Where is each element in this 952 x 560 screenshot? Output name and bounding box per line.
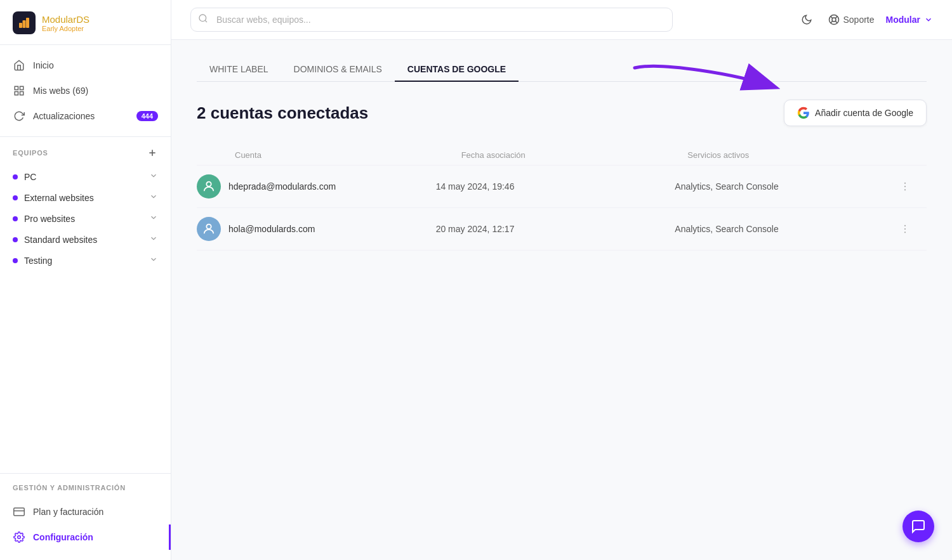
nav-item-mis-webs[interactable]: Mis webs (69) — [0, 78, 171, 103]
services-text-2: Analytics, Search Console — [675, 224, 778, 234]
row-menu-button-1[interactable] — [896, 178, 914, 195]
search-icon — [198, 13, 208, 26]
team-item-pc[interactable]: PC — [13, 166, 158, 187]
admin-item-config[interactable]: Configuración — [13, 524, 158, 550]
admin-item-plan[interactable]: Plan y facturación — [13, 499, 158, 524]
svg-point-26 — [904, 225, 906, 226]
add-google-button[interactable]: Añadir cuenta de Google — [784, 100, 927, 126]
svg-point-11 — [18, 536, 21, 539]
svg-point-24 — [904, 189, 906, 190]
team-item-testing[interactable]: Testing — [13, 250, 158, 271]
table-row: hola@modulards.com 20 may 2024, 12:17 An… — [197, 207, 927, 251]
team-label-external: External websites — [24, 193, 94, 203]
support-button[interactable]: Soporte — [828, 14, 875, 25]
content-area: WHITE LABEL DOMINIOS & EMAILS CUENTAS DE… — [171, 40, 952, 560]
svg-point-27 — [904, 228, 906, 230]
google-icon — [797, 107, 810, 119]
services-cell-2: Analytics, Search Console — [675, 220, 914, 238]
grid-icon — [13, 84, 25, 97]
sidebar: ModularDS Early Adopter Inicio Mis webs … — [0, 0, 171, 560]
active-indicator — [169, 524, 171, 550]
col-account: Cuenta — [235, 150, 461, 160]
chevron-icon-pc — [149, 171, 158, 182]
svg-line-17 — [835, 21, 837, 23]
row-menu-button-2[interactable] — [896, 220, 914, 238]
accounts-table: Cuenta Fecha asociación Servicios activo… — [197, 145, 927, 251]
chevron-icon-pro — [149, 213, 158, 224]
svg-line-19 — [830, 21, 832, 23]
tab-google[interactable]: CUENTAS DE GOOGLE — [395, 58, 519, 82]
chevron-icon-testing — [149, 255, 158, 266]
teams-section: EQUIPOS PC External websites Pro website… — [0, 137, 171, 473]
table-row: hdeprada@modulards.com 14 may 2024, 19:4… — [197, 165, 927, 207]
svg-rect-9 — [14, 508, 25, 516]
top-header: Soporte Modular — [171, 0, 952, 40]
header-right: Soporte Modular — [797, 10, 934, 30]
svg-point-22 — [904, 183, 906, 184]
main-nav: Inicio Mis webs (69) Actualizaciones 444 — [0, 45, 171, 137]
team-label-standard: Standard websites — [24, 235, 97, 245]
home-icon — [13, 59, 25, 72]
chevron-icon-external — [149, 192, 158, 203]
team-dot-external — [13, 195, 18, 200]
svg-rect-2 — [26, 18, 29, 28]
page-title: 2 cuentas conectadas — [197, 103, 368, 123]
gear-icon — [13, 531, 25, 544]
svg-rect-1 — [23, 20, 26, 28]
svg-line-18 — [835, 16, 837, 18]
support-label: Soporte — [843, 15, 875, 25]
svg-rect-0 — [19, 23, 22, 28]
account-cell-1: hdeprada@modulards.com — [197, 174, 436, 199]
date-cell-1: 14 may 2024, 19:46 — [436, 181, 675, 192]
logo-subtitle: Early Adopter — [42, 25, 89, 32]
svg-rect-5 — [15, 92, 18, 95]
search-input[interactable] — [190, 8, 673, 32]
team-item-pro[interactable]: Pro websites — [13, 208, 158, 229]
nav-item-inicio[interactable]: Inicio — [0, 53, 171, 78]
nav-label-actualizaciones: Actualizaciones — [33, 111, 95, 121]
tab-dominios[interactable]: DOMINIOS & EMAILS — [281, 58, 395, 82]
teams-header: EQUIPOS — [13, 147, 158, 159]
logo-name: ModularDS — [42, 14, 89, 25]
search-bar — [190, 8, 673, 32]
chat-fab-button[interactable] — [902, 511, 934, 542]
avatar-2 — [197, 217, 221, 241]
nav-item-actualizaciones[interactable]: Actualizaciones 444 — [0, 103, 171, 129]
teams-add-button[interactable] — [147, 147, 158, 159]
chevron-icon-standard — [149, 234, 158, 245]
team-dot-pc — [13, 174, 18, 179]
svg-rect-3 — [15, 86, 18, 89]
admin-section: GESTIÓN Y ADMINISTRACIÓN Plan y facturac… — [0, 473, 171, 560]
email-1: hdeprada@modulards.com — [228, 181, 336, 192]
user-label: Modular — [886, 15, 920, 25]
admin-label: GESTIÓN Y ADMINISTRACIÓN — [13, 484, 158, 492]
nav-label-mis-webs: Mis webs (69) — [33, 86, 88, 96]
svg-point-12 — [199, 15, 206, 22]
team-item-external[interactable]: External websites — [13, 187, 158, 208]
actualizaciones-badge: 444 — [136, 111, 158, 121]
team-label-testing: Testing — [24, 256, 52, 266]
services-cell-1: Analytics, Search Console — [675, 178, 914, 195]
table-header: Cuenta Fecha asociación Servicios activo… — [197, 145, 927, 165]
svg-point-21 — [206, 182, 211, 186]
team-item-standard[interactable]: Standard websites — [13, 229, 158, 250]
admin-label-plan: Plan y facturación — [33, 507, 103, 517]
teams-label: EQUIPOS — [13, 149, 48, 157]
email-2: hola@modulards.com — [228, 224, 315, 234]
admin-label-config: Configuración — [33, 532, 93, 542]
svg-line-16 — [830, 16, 832, 18]
svg-point-23 — [904, 186, 906, 187]
logo-icon — [13, 11, 36, 34]
user-menu-button[interactable]: Modular — [886, 15, 933, 25]
team-dot-pro — [13, 216, 18, 221]
nav-label-inicio: Inicio — [33, 60, 54, 70]
tab-white-label[interactable]: WHITE LABEL — [197, 58, 281, 82]
theme-toggle-button[interactable] — [797, 10, 817, 30]
refresh-icon — [13, 110, 25, 122]
svg-point-28 — [904, 231, 906, 233]
avatar-1 — [197, 174, 221, 199]
team-dot-standard — [13, 237, 18, 242]
team-label-pro: Pro websites — [24, 214, 75, 224]
svg-point-25 — [206, 225, 211, 229]
col-services: Servicios activos — [687, 150, 914, 160]
